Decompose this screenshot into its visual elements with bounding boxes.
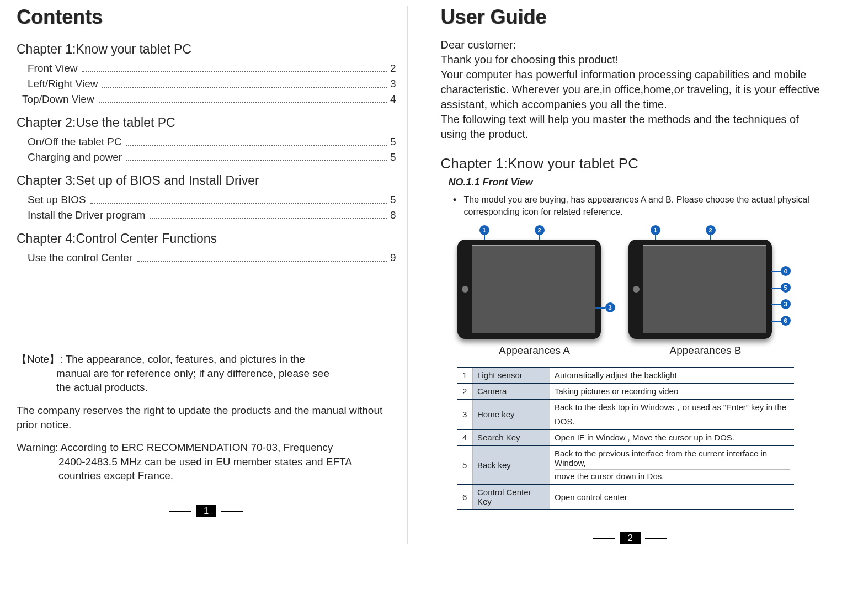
toc-dots <box>137 261 387 262</box>
warning-line-1: Warning: According to ERC RECOMMENDATION… <box>17 440 396 455</box>
feature-num: 5 <box>457 445 473 484</box>
tablet-b <box>628 240 772 339</box>
warning-line-3: countries except France. <box>58 469 396 483</box>
toc-dots <box>90 203 387 204</box>
toc-page: 5 <box>390 136 396 148</box>
toc-label: Use the control Center <box>28 252 132 264</box>
callout-b-1: 1 <box>651 225 660 235</box>
toc-page: 3 <box>390 78 396 90</box>
chapter-2: Chapter 2:Use the tablet PC On/Off the t… <box>17 115 396 163</box>
feature-desc-a: Back to the desk top in Windows，or used … <box>555 402 790 415</box>
warning-block: Warning: According to ERC RECOMMENDATION… <box>17 440 396 483</box>
toc-page: 5 <box>390 194 396 206</box>
page-num-bar <box>169 511 191 512</box>
chapter-3-title: Chapter 3:Set up of BIOS and Install Dri… <box>17 173 396 188</box>
feature-desc-a: Back to the previous interface from the … <box>555 449 790 470</box>
callout-a-3: 3 <box>605 302 615 312</box>
toc-dots <box>82 71 386 72</box>
appearance-b-label: Appearances B <box>628 344 783 357</box>
chapter-head-right: Chapter 1:Know your tablet PC <box>441 155 820 172</box>
page-right: User Guide Dear customer: Thank you for … <box>430 6 832 544</box>
appearance-a-label: Appearances A <box>457 344 612 357</box>
home-button-icon <box>633 286 640 293</box>
page-spread: Contents Chapter 1:Know your tablet PC F… <box>6 6 831 544</box>
feature-name: Light sensor <box>473 367 550 383</box>
page-num-bar <box>645 538 667 539</box>
appearances-labels: Appearances A Appearances B <box>457 344 820 357</box>
callout-a-2: 2 <box>535 225 545 235</box>
toc-line-front-view: Front View 2 <box>28 62 396 75</box>
toc-line-left-right-view: Left/Right View 3 <box>28 78 396 90</box>
note-line-2: manual are for reference only; if any di… <box>56 367 396 381</box>
chapter-1-title: Chapter 1:Know your tablet PC <box>17 42 396 57</box>
page-num-left: 1 <box>196 505 216 517</box>
toc-line-charging: Charging and power 5 <box>28 151 396 163</box>
toc-line-onoff: On/Off the tablet PC 5 <box>28 136 396 148</box>
toc-dots <box>126 145 387 146</box>
toc-dots <box>99 102 387 103</box>
feature-row-2: 2 Camera Taking pictures or recording vi… <box>457 383 794 399</box>
feature-desc-b: DOS. <box>555 417 790 426</box>
toc-dots <box>102 87 386 88</box>
callout-line <box>771 321 781 322</box>
feature-desc: Open IE in Window , Move the cursor up i… <box>550 429 794 445</box>
chapter-4: Chapter 4:Control Center Functions Use t… <box>17 231 396 264</box>
page-left: Contents Chapter 1:Know your tablet PC F… <box>6 6 408 544</box>
feature-desc-b: move the cursor down in Dos. <box>555 471 790 481</box>
feature-name: Control Center Key <box>473 484 550 509</box>
toc-label: Charging and power <box>28 151 122 163</box>
toc-page: 5 <box>390 151 396 163</box>
chapter-3: Chapter 3:Set up of BIOS and Install Dri… <box>17 173 396 221</box>
feature-row-1: 1 Light sensor Automatically adjust the … <box>457 367 794 383</box>
toc-page: 8 <box>390 209 396 221</box>
toc-label: On/Off the tablet PC <box>28 136 122 148</box>
feature-desc: Back to the previous interface from the … <box>550 445 794 484</box>
note-line-3: the actual products. <box>56 380 396 395</box>
toc-line-control-center: Use the control Center 9 <box>28 252 396 264</box>
page-num-bar <box>221 511 243 512</box>
feature-name: Camera <box>473 383 550 399</box>
callout-b-6: 6 <box>781 316 791 326</box>
chapter-4-title: Chapter 4:Control Center Functions <box>17 231 396 246</box>
feature-num: 4 <box>457 429 473 445</box>
front-view-subhead: NO.1.1 Front View <box>449 177 820 188</box>
callout-b-2: 2 <box>706 225 716 235</box>
callout-b-5: 5 <box>781 283 791 293</box>
front-view-bullet: The model you are buying, has appearance… <box>455 194 820 217</box>
feature-name: Home key <box>473 399 550 429</box>
callout-line <box>771 304 781 305</box>
feature-desc: Automatically adjust the backlight <box>550 367 794 383</box>
toc-page: 9 <box>390 252 396 264</box>
tablet-unit-a: 1 2 3 <box>457 225 612 339</box>
toc-label: Set up BIOS <box>28 194 86 206</box>
toc-label: Top/Down View <box>22 93 94 105</box>
intro-block: Dear customer: Thank you for choosing th… <box>441 38 820 142</box>
callout-line <box>771 271 781 272</box>
feature-row-4: 4 Search Key Open IE in Window , Move th… <box>457 429 794 445</box>
page-num-bar <box>593 538 615 539</box>
feature-num: 1 <box>457 367 473 383</box>
page-num-wrap-left: 1 <box>17 505 396 517</box>
home-button-icon <box>462 286 468 293</box>
feature-table: 1 Light sensor Automatically adjust the … <box>457 367 794 510</box>
feature-num: 6 <box>457 484 473 509</box>
toc-dots <box>150 218 387 219</box>
feature-num: 3 <box>457 399 473 429</box>
toc-line-top-down-view: Top/Down View 4 <box>22 93 396 105</box>
toc-label: Left/Right View <box>28 78 98 90</box>
tablet-unit-b: 1 2 4 5 3 6 <box>628 225 783 339</box>
reserve-para: The company reserves the right to update… <box>17 403 396 432</box>
warning-line-2: 2400-2483.5 MHz can be used in EU member… <box>58 455 396 469</box>
toc-page: 2 <box>390 62 396 75</box>
note-line-1: The appearance, color, features, and pic… <box>66 353 305 365</box>
feature-row-3: 3 Home key Back to the desk top in Windo… <box>457 399 794 429</box>
callout-b-4: 4 <box>781 266 791 276</box>
page-num-right: 2 <box>620 532 641 544</box>
toc-line-driver: Install the Driver program 8 <box>28 209 396 221</box>
feature-row-5: 5 Back key Back to the previous interfac… <box>457 445 794 484</box>
callout-b-3: 3 <box>781 299 791 309</box>
feature-desc: Open control center <box>550 484 794 509</box>
callout-line <box>595 307 605 309</box>
note-block: 【Note】: The appearance, color, features,… <box>17 352 396 395</box>
toc-label: Install the Driver program <box>28 209 145 221</box>
